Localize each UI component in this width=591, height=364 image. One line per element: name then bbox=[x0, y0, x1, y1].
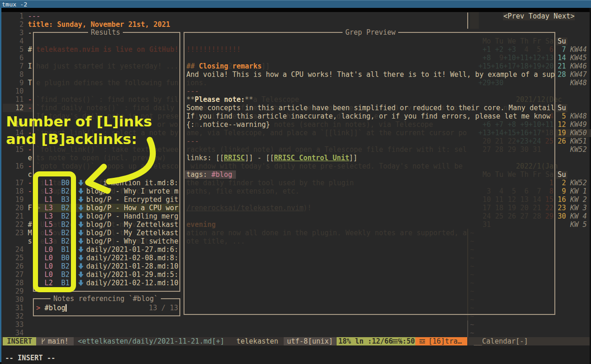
buffer-text: e bbox=[28, 154, 32, 162]
line-number: 31 bbox=[15, 304, 24, 312]
terminal-row: 33~ bbox=[0, 320, 591, 329]
line-number: 2 bbox=[19, 20, 24, 29]
window-titlebar[interactable]: tmux -2 bbox=[0, 0, 591, 8]
line-number: 20 bbox=[15, 204, 24, 212]
lines-icon bbox=[392, 339, 398, 344]
command-line: -- INSERT -- bbox=[1, 345, 590, 364]
line-number: 30 bbox=[15, 295, 24, 304]
line-number: 7 bbox=[19, 62, 24, 70]
mode-message: -- INSERT -- bbox=[5, 354, 55, 362]
buffer-text: - bbox=[28, 29, 32, 37]
sunday-date[interactable]: 2 bbox=[562, 179, 566, 187]
sunday-header: Su bbox=[558, 170, 566, 179]
line-number: 6 bbox=[19, 54, 24, 62]
week-number: KW45 bbox=[570, 54, 587, 62]
statusline-encoding: utf-8[unix] bbox=[287, 337, 333, 345]
sunday-date[interactable]: 14 bbox=[558, 54, 566, 62]
week-number: KW52 bbox=[570, 179, 587, 187]
line-number: 5 bbox=[19, 45, 24, 54]
sunday-date[interactable]: 19 bbox=[558, 129, 566, 137]
calendar-nav-buttons[interactable]: <Prev Today Next> bbox=[503, 12, 575, 20]
week-number: KW48 bbox=[570, 112, 587, 120]
buffer-text: # bbox=[28, 45, 32, 54]
prompt-popup-title: Notes referencing `#blog` bbox=[51, 295, 161, 303]
sunday-date[interactable]: 9 bbox=[562, 187, 566, 195]
terminal-row: 2title: Sunday, November 21st, 2021 bbox=[0, 20, 591, 29]
week-number: KW52 bbox=[570, 145, 587, 154]
line-number: 8 bbox=[19, 70, 24, 79]
buffer-text: T bbox=[28, 79, 32, 87]
sunday-date[interactable]: 16 bbox=[558, 195, 566, 204]
line-number: 29 bbox=[15, 287, 24, 295]
line-number: 24 bbox=[15, 245, 24, 254]
yaml-delimiter: --- bbox=[28, 12, 40, 20]
line-number: 32 bbox=[15, 312, 24, 320]
line-number: 4 bbox=[19, 37, 24, 45]
statusline-position: 18% ln :12/66 bbox=[338, 337, 393, 345]
statusline-branch: main! bbox=[48, 337, 69, 345]
annotation-line1: Number of [L]inks bbox=[6, 113, 152, 130]
preview-popup-border: Grep Preview bbox=[184, 32, 555, 315]
prompt-popup-border: Notes referencing `#blog` bbox=[33, 298, 180, 316]
line-number: 23 bbox=[15, 229, 24, 237]
line-number: 19 bbox=[15, 195, 24, 204]
line-number: 3 bbox=[19, 29, 24, 37]
week-number: KW44 bbox=[570, 45, 587, 54]
week-number: KW 1 bbox=[570, 187, 587, 195]
sunday-date[interactable]: 12 bbox=[558, 120, 566, 129]
sunday-date[interactable]: 23 bbox=[558, 204, 566, 212]
prompt-cursor bbox=[65, 304, 67, 312]
list-bullet: - bbox=[28, 104, 32, 112]
line-number: 28 bbox=[15, 279, 24, 287]
statusline-mode: INSERT bbox=[7, 337, 32, 345]
sunday-date[interactable]: 30 bbox=[558, 212, 566, 220]
statusline-colinfo: ℅:50 bbox=[398, 337, 415, 345]
empty-line-tilde: ~ bbox=[470, 329, 474, 337]
sunday-date[interactable]: 26 bbox=[558, 137, 566, 145]
line-number: 17 bbox=[15, 179, 24, 187]
sunday-header: Su bbox=[558, 104, 566, 112]
line-number: 11 bbox=[15, 95, 24, 104]
statusline: INSERT main! <ettelkasten/daily/2021-11-… bbox=[1, 337, 590, 345]
preview-popup-title: Grep Preview bbox=[343, 28, 398, 37]
git-branch-icon bbox=[41, 338, 45, 345]
sunday-date[interactable]: 7 bbox=[562, 45, 566, 54]
statusline-filepath: <ettelkasten/daily/2021-11-21.md[+] bbox=[78, 337, 224, 345]
terminal-screen: tmux -2 1---<Prev Today Next>2title: Sun… bbox=[0, 0, 591, 364]
sunday-date[interactable]: 21 bbox=[558, 62, 566, 70]
line-number: 21 bbox=[15, 212, 24, 220]
sunday-date[interactable]: 28 bbox=[558, 70, 566, 79]
week-number: KW 4 bbox=[570, 212, 587, 220]
buffer-text: I bbox=[28, 62, 32, 70]
sunday-date[interactable]: 5 bbox=[562, 112, 566, 120]
terminal-row: 34~ bbox=[0, 329, 591, 337]
week-number: KW47 bbox=[570, 70, 587, 79]
week-number: KW46 bbox=[570, 62, 587, 70]
line-number: 1 bbox=[19, 12, 24, 20]
empty-line-tilde: ~ bbox=[470, 320, 474, 329]
line-number: 9 bbox=[19, 79, 24, 87]
annotation-rectangle bbox=[31, 169, 81, 295]
current-line-number: 12 bbox=[15, 104, 24, 112]
week-number: KW51 bbox=[570, 137, 587, 145]
week-number: KW49 bbox=[570, 120, 587, 129]
line-number: 27 bbox=[15, 270, 24, 279]
annotation-arrow bbox=[79, 134, 158, 195]
terminal-row: 1---<Prev Today Next> bbox=[0, 12, 591, 20]
week-number: KW 2 bbox=[570, 195, 587, 204]
window-title: tmux -2 bbox=[2, 1, 27, 8]
results-popup-title: Results bbox=[88, 28, 123, 37]
week-number: KW50 bbox=[570, 129, 587, 137]
statusline-plugin: telekasten bbox=[236, 337, 278, 345]
line-number: 33 bbox=[15, 320, 24, 329]
line-number: 18 bbox=[15, 187, 24, 195]
sunday-header: Su bbox=[558, 37, 566, 45]
week-number: KW48 bbox=[570, 79, 587, 87]
week-number: KW 5 bbox=[570, 220, 587, 229]
note-title: title: Sunday, November 21st, 2021 bbox=[28, 20, 170, 29]
line-number: 16 bbox=[15, 162, 24, 170]
line-number: 26 bbox=[15, 262, 24, 270]
line-number: 10 bbox=[15, 87, 24, 95]
statusline-buffer: [16]tra… bbox=[428, 337, 462, 345]
list-bullet: - bbox=[28, 95, 32, 104]
